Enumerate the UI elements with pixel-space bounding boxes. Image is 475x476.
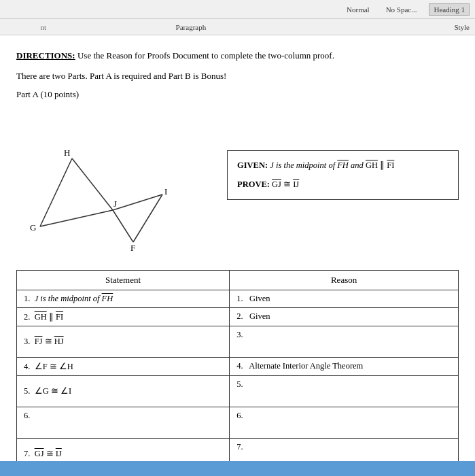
- table-row: 4. ∠F ≅ ∠H 4. Alternate Interior Angle T…: [17, 357, 459, 375]
- reason-cell-3[interactable]: 3.: [230, 326, 459, 357]
- statement-cell-4: 4. ∠F ≅ ∠H: [17, 357, 230, 375]
- statement-cell-1: 1. J is the midpoint of FH: [17, 290, 230, 307]
- label-F: F: [130, 243, 135, 253]
- heading1-style-button[interactable]: Heading 1: [429, 3, 470, 16]
- statement-cell-5: 5. ∠G ≅ ∠I: [17, 375, 230, 407]
- label-G: G: [30, 222, 36, 233]
- svg-line-3: [113, 210, 133, 242]
- reason-input-6[interactable]: [236, 421, 451, 435]
- ribbon: nt Paragraph Style: [0, 19, 475, 35]
- given-text: J is the midpoint of FH and GH ∥ FI: [270, 160, 394, 170]
- prove-label: PROVE:: [237, 180, 272, 189]
- diagram-proof-row: H J I G F GIVEN: J is the midpoint of FH…: [16, 109, 459, 259]
- svg-line-5: [133, 194, 162, 242]
- reason-cell-2: 2. Given: [230, 307, 459, 326]
- label-J: J: [113, 199, 117, 209]
- given-prove-box: GIVEN: J is the midpoint of FH and GH ∥ …: [227, 150, 459, 200]
- table-row: 2. GH ∥ FI 2. Given: [17, 307, 459, 326]
- directions-paragraph: DIRECTIONS: Use the Reason for Proofs Do…: [16, 49, 459, 63]
- svg-line-0: [40, 158, 72, 226]
- ribbon-left-label: nt: [5, 23, 46, 31]
- directions-label: DIRECTIONS:: [16, 50, 75, 61]
- reason-header: Reason: [230, 270, 459, 290]
- paragraph-label: Paragraph: [176, 23, 207, 31]
- intro-text: There are two Parts. Part A is required …: [16, 69, 459, 83]
- statement-cell-3: 3. FJ ≅ HJ: [17, 326, 230, 357]
- statement-input-6[interactable]: [24, 421, 222, 435]
- reason-cell-4: 4. Alternate Interior Angle Theorem: [230, 357, 459, 375]
- table-row: 3. FJ ≅ HJ 3.: [17, 326, 459, 357]
- given-label: GIVEN:: [237, 160, 270, 170]
- label-I: I: [164, 186, 167, 197]
- content-area: DIRECTIONS: Use the Reason for Proofs Do…: [0, 35, 475, 476]
- style-label: Style: [454, 23, 470, 31]
- reason-cell-5[interactable]: 5.: [230, 375, 459, 407]
- label-H: H: [64, 148, 70, 158]
- table-header-row: Statement Reason: [17, 270, 459, 290]
- reason-input-5[interactable]: [236, 390, 451, 403]
- svg-line-2: [40, 210, 113, 226]
- bottom-bar: [0, 461, 475, 476]
- statement-cell-2: 2. GH ∥ FI: [17, 307, 230, 326]
- geometry-diagram: H J I G F: [16, 109, 220, 259]
- given-row: GIVEN: J is the midpoint of FH and GH ∥ …: [237, 158, 448, 173]
- diagram-area: H J I G F: [16, 109, 220, 259]
- reason-cell-1: 1. Given: [230, 290, 459, 307]
- svg-line-4: [113, 194, 162, 210]
- prove-text: GJ ≅ IJ: [272, 180, 299, 189]
- part-label: Part A (10 points): [16, 88, 459, 101]
- directions-text: Use the Reason for Proofs Document to co…: [77, 50, 334, 61]
- statement-cell-6[interactable]: 6.: [17, 407, 230, 438]
- proof-table: Statement Reason 1. J is the midpoint of…: [16, 270, 459, 470]
- prove-row: PROVE: GJ ≅ IJ: [237, 177, 448, 192]
- svg-line-1: [72, 158, 113, 210]
- reason-cell-6[interactable]: 6.: [230, 407, 459, 438]
- toolbar: Normal No Spac... Heading 1: [0, 0, 475, 19]
- table-row: 5. ∠G ≅ ∠I 5.: [17, 375, 459, 407]
- no-spacing-style-button[interactable]: No Spac...: [382, 4, 421, 15]
- statement-header: Statement: [17, 270, 230, 290]
- table-row: 6. 6.: [17, 407, 459, 438]
- normal-style-button[interactable]: Normal: [342, 4, 374, 15]
- reason-input-3[interactable]: [236, 340, 451, 354]
- table-row: 1. J is the midpoint of FH 1. Given: [17, 290, 459, 307]
